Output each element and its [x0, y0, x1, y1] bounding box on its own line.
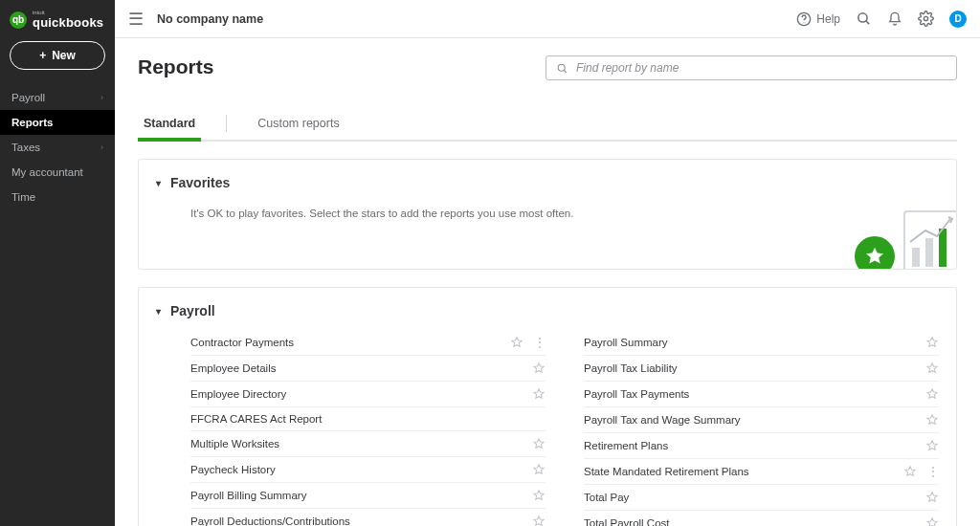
star-badge-icon — [855, 236, 895, 270]
star-icon[interactable] — [925, 516, 939, 526]
sidebar-item-time[interactable]: Time — [0, 185, 115, 209]
company-name: No company name — [157, 12, 263, 26]
svg-line-6 — [564, 70, 567, 73]
star-icon[interactable] — [532, 515, 546, 526]
tabs: StandardCustom reports — [138, 107, 957, 142]
report-actions — [925, 439, 939, 452]
main: ☰ No company name Help D Reports — [115, 0, 980, 526]
chevron-right-icon: › — [100, 142, 103, 152]
star-icon[interactable] — [925, 362, 939, 375]
report-link[interactable]: Payroll Tax Liability — [584, 362, 678, 374]
report-item: Total Pay — [584, 485, 939, 511]
sidebar-item-taxes[interactable]: Taxes› — [0, 135, 115, 160]
content: Reports StandardCustom reports ▾ Favorit… — [115, 38, 980, 526]
gear-icon[interactable] — [918, 11, 934, 27]
star-icon[interactable] — [510, 336, 523, 349]
search-icon[interactable] — [856, 11, 872, 27]
payroll-card: ▾ Payroll Contractor Payments⋮Employee D… — [138, 287, 957, 526]
sidebar-item-reports[interactable]: Reports — [0, 110, 115, 135]
favorites-card: ▾ Favorites It's OK to play favorites. S… — [138, 159, 957, 270]
report-link[interactable]: FFCRA CARES Act Report — [190, 413, 322, 425]
logo-product: quickbooks — [33, 15, 103, 30]
payroll-toggle[interactable]: ▾ Payroll — [156, 303, 939, 318]
sidebar: qb intuit quickbooks + New Payroll›Repor… — [0, 0, 115, 526]
star-icon[interactable] — [532, 463, 546, 476]
payroll-title: Payroll — [170, 303, 215, 318]
tab-custom-reports[interactable]: Custom reports — [252, 107, 345, 140]
chevron-right-icon: › — [100, 93, 103, 102]
star-icon[interactable] — [532, 362, 546, 375]
help-icon — [796, 11, 812, 27]
report-actions: ⋮ — [510, 336, 546, 349]
payroll-col-right: Payroll SummaryPayroll Tax LiabilityPayr… — [584, 330, 939, 526]
report-link[interactable]: Payroll Deductions/Contributions — [190, 515, 350, 526]
sidebar-item-label: Reports — [11, 117, 53, 128]
report-item: Multiple Worksites — [190, 431, 546, 457]
sidebar-item-label: Taxes — [11, 142, 40, 153]
report-link[interactable]: Payroll Billing Summary — [190, 490, 306, 501]
report-link[interactable]: Contractor Payments — [190, 337, 294, 348]
report-link[interactable]: State Mandated Retirement Plans — [584, 466, 749, 477]
tab-divider — [226, 115, 227, 132]
report-actions — [532, 463, 546, 476]
topbar: ☰ No company name Help D — [115, 0, 980, 38]
report-actions — [532, 387, 546, 401]
help-link[interactable]: Help — [796, 11, 840, 27]
report-link[interactable]: Payroll Tax Payments — [584, 388, 689, 400]
star-icon[interactable] — [925, 439, 939, 452]
report-link[interactable]: Payroll Summary — [584, 337, 668, 348]
report-actions — [925, 336, 939, 349]
star-icon[interactable] — [925, 387, 939, 401]
chevron-down-icon: ▾ — [156, 306, 161, 317]
report-actions — [532, 515, 546, 526]
avatar[interactable]: D — [949, 11, 967, 28]
search-field-icon — [556, 62, 568, 75]
search-box[interactable] — [546, 55, 957, 80]
star-icon[interactable] — [925, 413, 939, 427]
tab-standard[interactable]: Standard — [138, 107, 201, 140]
report-link[interactable]: Employee Directory — [190, 388, 286, 400]
star-icon[interactable] — [903, 465, 917, 478]
svg-point-1 — [804, 22, 805, 23]
report-item: Retirement Plans — [584, 433, 939, 459]
report-link[interactable]: Employee Details — [190, 362, 276, 374]
report-item: FFCRA CARES Act Report — [190, 407, 546, 431]
chevron-down-icon: ▾ — [156, 178, 161, 188]
sidebar-item-payroll[interactable]: Payroll› — [0, 85, 115, 110]
star-icon[interactable] — [925, 491, 939, 504]
menu-toggle-icon[interactable]: ☰ — [128, 11, 144, 28]
sidebar-item-my-accountant[interactable]: My accountant — [0, 160, 115, 185]
svg-point-4 — [924, 16, 927, 20]
favorites-hint: It's OK to play favorites. Select the st… — [190, 208, 939, 219]
new-button[interactable]: + New — [10, 41, 105, 70]
report-actions — [925, 491, 939, 504]
report-item: Payroll Tax Payments — [584, 382, 939, 407]
star-icon[interactable] — [925, 336, 939, 349]
kebab-icon[interactable]: ⋮ — [926, 465, 939, 478]
favorites-toggle[interactable]: ▾ Favorites — [156, 175, 939, 190]
sidebar-item-label: My accountant — [11, 166, 83, 178]
report-link[interactable]: Paycheck History — [190, 464, 276, 475]
report-item: State Mandated Retirement Plans⋮ — [584, 459, 939, 485]
search-input[interactable] — [576, 61, 947, 75]
report-link[interactable]: Total Payroll Cost — [584, 517, 669, 526]
svg-point-5 — [558, 64, 565, 71]
payroll-columns: Contractor Payments⋮Employee DetailsEmpl… — [190, 330, 939, 526]
report-actions — [532, 362, 546, 375]
bell-icon[interactable] — [887, 11, 902, 27]
kebab-icon[interactable]: ⋮ — [533, 336, 546, 349]
report-link[interactable]: Payroll Tax and Wage Summary — [584, 414, 741, 426]
report-link[interactable]: Multiple Worksites — [190, 438, 279, 449]
svg-rect-8 — [912, 248, 920, 267]
report-actions: ⋮ — [903, 465, 939, 478]
report-actions — [925, 387, 939, 401]
star-icon[interactable] — [532, 437, 546, 450]
star-icon[interactable] — [532, 489, 546, 502]
report-link[interactable]: Retirement Plans — [584, 440, 668, 451]
report-link[interactable]: Total Pay — [584, 492, 629, 503]
report-item: Payroll Summary — [584, 330, 939, 356]
star-icon[interactable] — [532, 387, 546, 401]
sidebar-nav: Payroll›ReportsTaxes›My accountantTime — [0, 85, 115, 209]
help-label: Help — [816, 12, 840, 26]
report-actions — [925, 362, 939, 375]
